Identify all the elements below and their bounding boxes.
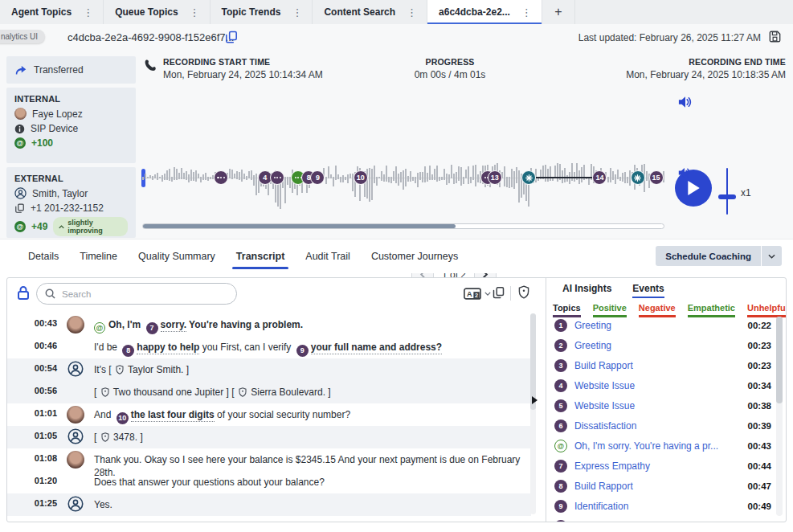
event-label-link[interactable]: Greeting [574, 340, 736, 351]
redaction-shield-icon [116, 365, 124, 374]
browser-tab[interactable]: Topic Trends⋮ [211, 0, 313, 24]
event-marker-10[interactable]: 10 [354, 170, 368, 185]
tab-customer-journeys[interactable]: Customer Journeys [361, 239, 468, 273]
event-label-link[interactable]: Website Issue [574, 400, 736, 411]
event-label-link[interactable]: Dissatisfaction [574, 420, 736, 432]
event-label-link[interactable]: Identification [574, 521, 736, 523]
event-row[interactable]: @Oh, I'm sorry. You're having a pr...00:… [546, 436, 778, 456]
tab-transcript[interactable]: Transcript [226, 239, 295, 273]
segment-marker[interactable] [521, 170, 536, 185]
copy-id-icon[interactable] [225, 31, 238, 44]
event-badge-8[interactable]: 8 [122, 345, 134, 357]
overflow-marker[interactable] [270, 170, 284, 185]
browser-tab[interactable]: Agent Topics⋮ [0, 0, 104, 24]
transcript-text: Yes. [94, 498, 112, 511]
transcript-row[interactable]: 00:54It's [ Taylor Smith. ] [7, 358, 531, 381]
browser-tab[interactable]: a6c4dcba-2e2...⋮ [427, 0, 542, 24]
event-row[interactable]: 4Website Issue00:34 [546, 375, 778, 395]
plain-text: Yes. [94, 499, 112, 510]
volume-icon-secondary[interactable] [677, 166, 692, 179]
lock-icon[interactable] [17, 285, 30, 301]
transcript-row[interactable]: 01:01And 10the last four digits of your … [7, 403, 531, 426]
event-timestamp: 00:49 [736, 501, 771, 511]
save-icon[interactable] [768, 30, 782, 43]
event-label-link[interactable]: Website Issue [574, 380, 736, 391]
kebab-menu-icon[interactable]: ⋮ [190, 6, 200, 18]
waveform-bar [624, 172, 626, 183]
tab-audit-trail[interactable]: Audit Trail [295, 239, 361, 273]
waveform-bar [439, 177, 440, 181]
event-marker-13[interactable]: 13 [488, 170, 502, 185]
event-row[interactable]: 9Identification00:49 [546, 496, 778, 516]
tab-details[interactable]: Details [18, 239, 69, 273]
event-marker-14[interactable]: 14 [592, 170, 607, 185]
event-timestamp: 00:44 [736, 461, 771, 471]
waveform-scrollbar-thumb[interactable] [143, 224, 456, 228]
event-badge-7[interactable]: 7 [146, 322, 158, 334]
transcript-row[interactable]: 01:08Thank you. Okay so I see here your … [7, 448, 531, 471]
volume-icon[interactable] [677, 95, 693, 109]
agent-avatar [57, 316, 94, 334]
kebab-menu-icon[interactable]: ⋮ [83, 6, 93, 18]
transcript-scrollbar-thumb[interactable] [530, 313, 536, 410]
event-row[interactable]: 8Build Rapport00:47 [546, 476, 778, 496]
event-row[interactable]: 5Website Issue00:38 [546, 395, 778, 415]
event-label-link[interactable]: Express Empathy [574, 460, 736, 472]
agent-avatar [14, 108, 27, 120]
transcript-row[interactable]: 00:43@Oh, I'm 7sorry. You're having a pr… [7, 313, 531, 336]
event-badge-9[interactable]: 9 [296, 345, 309, 357]
segment-marker[interactable] [631, 170, 645, 185]
redaction-shield-icon[interactable] [518, 285, 529, 299]
event-row[interactable]: 2Greeting00:23 [546, 335, 778, 355]
transcript-row[interactable]: 01:05[ 3478. ] [7, 426, 531, 448]
internal-title: INTERNAL [14, 94, 128, 104]
plain-text: Does that answer your questions about yo… [94, 477, 325, 488]
translate-button[interactable]: A2 [464, 288, 491, 300]
phone-number-icon [14, 203, 25, 214]
event-label-link[interactable]: Oh, I'm sorry. You're having a pr... [574, 440, 736, 452]
schedule-coaching-button[interactable]: Schedule Coaching [656, 246, 761, 266]
event-row[interactable]: 3Build Rapport00:23 [546, 355, 778, 375]
kebab-menu-icon[interactable]: ⋮ [521, 6, 532, 18]
transcript-search-input[interactable] [60, 289, 228, 300]
waveform-bar [458, 166, 460, 181]
browser-tab[interactable]: Queue Topics⋮ [104, 0, 210, 24]
waveform[interactable]: 48910131415 [142, 141, 664, 215]
event-marker-9[interactable]: 9 [310, 170, 325, 185]
event-row[interactable]: 7Express Empathy00:44 [546, 456, 778, 476]
new-tab-button[interactable]: + [542, 0, 575, 24]
event-row[interactable]: 1Greeting00:22 [546, 315, 778, 335]
event-label-link[interactable]: Identification [574, 501, 736, 512]
event-row[interactable]: 6Dissatisfaction00:39 [546, 415, 778, 436]
speed-slider-handle[interactable] [718, 194, 736, 199]
event-badge-10[interactable]: 10 [116, 412, 129, 424]
tab-timeline[interactable]: Timeline [69, 239, 128, 273]
transcript-row[interactable]: 00:46I'd be 8happy to help you First, ca… [7, 336, 531, 358]
plain-text: I'd be [94, 342, 120, 353]
event-row[interactable]: 10Identification01:01 [546, 516, 778, 522]
kebab-menu-icon[interactable]: ⋮ [407, 6, 417, 18]
schedule-coaching-menu-button[interactable] [762, 246, 782, 266]
waveform-scrollbar[interactable] [142, 223, 664, 229]
transcript-row[interactable]: 01:25Yes. [7, 493, 531, 516]
copy-transcript-icon[interactable] [493, 286, 505, 300]
event-label-link[interactable]: Build Rapport [574, 481, 736, 492]
transcript-scrollbar[interactable] [530, 313, 536, 514]
sentiment-icon: @ [94, 322, 105, 334]
browser-tab[interactable]: Content Search⋮ [313, 0, 427, 24]
insights-tab-events[interactable]: Events [632, 283, 664, 298]
insights-tab-ai-insights[interactable]: AI Insights [562, 283, 611, 298]
events-scrollbar[interactable] [776, 317, 783, 516]
overflow-marker[interactable] [214, 170, 228, 185]
event-label-link[interactable]: Build Rapport [574, 360, 736, 371]
transcript-row[interactable]: 00:56[ Two thousand one Jupiter ] [ Sier… [7, 381, 531, 403]
event-marker-15[interactable]: 15 [649, 170, 664, 185]
events-scrollbar-thumb[interactable] [776, 317, 783, 403]
kebab-menu-icon[interactable]: ⋮ [292, 6, 302, 18]
panel-collapse-arrow[interactable] [532, 396, 538, 404]
tab-quality-summary[interactable]: Quality Summary [128, 239, 226, 273]
transcript-text: [ 3478. ] [94, 431, 143, 444]
waveform-bar [239, 172, 240, 180]
event-label-link[interactable]: Greeting [574, 320, 736, 331]
speed-slider[interactable] [726, 168, 728, 215]
